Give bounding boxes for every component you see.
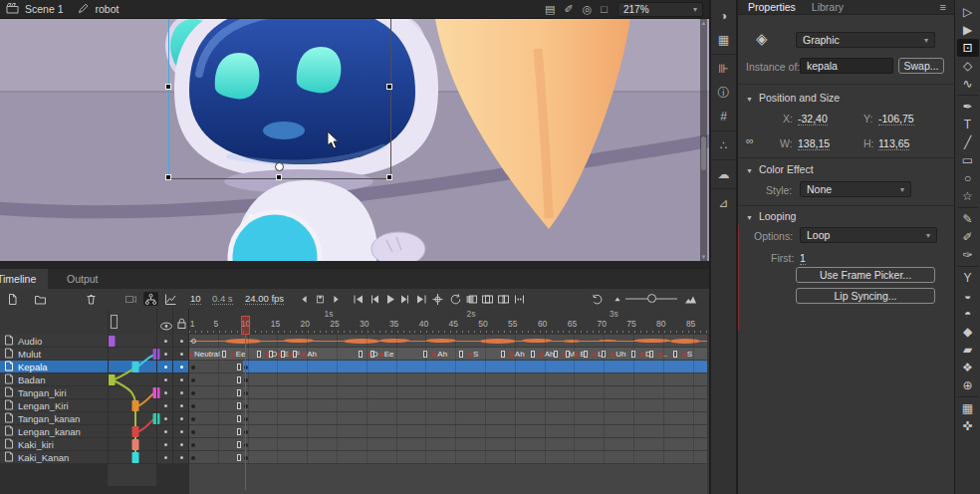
elapsed-time-counter[interactable]: 0.4 s [212,293,233,305]
pin-tool[interactable]: ⊕ [957,376,979,394]
scene-breadcrumb[interactable]: Scene 1 [25,3,64,15]
transform-handle-bottom-left[interactable] [165,174,171,180]
go-to-first-frame-button[interactable] [351,292,366,306]
symbol-type-dropdown[interactable]: Graphic ▾ [796,32,935,48]
frames-row-kaki_kanan[interactable] [0,451,709,464]
playhead[interactable] [241,316,250,335]
tab-timeline[interactable]: Timeline [0,269,48,289]
h-value[interactable]: 113,65 [878,137,909,150]
motion-editor-panel-icon[interactable]: ⊿ [711,191,736,215]
timeline-zoom-in-button[interactable] [683,292,698,306]
onion-skin-outline-button[interactable] [480,292,495,306]
swatches-panel-icon[interactable]: ▦ [711,28,736,52]
transform-handle-right[interactable] [386,84,392,90]
link-dimensions-icon[interactable]: ∞ [746,134,754,146]
center-playhead-button[interactable] [430,292,445,306]
frames-row-kepala[interactable] [0,361,709,373]
paint-brush-tool[interactable]: ✐ [957,228,979,246]
frames-row-mulut[interactable]: NeutralEeDEFAhDEeAhSAhAhMELUhD..S [0,348,709,361]
scrollbar-thumb[interactable] [701,136,706,170]
looping-options-dropdown[interactable]: Loop ▾ [800,227,937,243]
first-frame-value[interactable]: 1 [800,252,806,265]
step-forward-button[interactable] [398,292,413,306]
zoom-level-dropdown[interactable]: 217% ▾ [617,2,703,17]
timeline-zoom-slider-knob[interactable] [647,294,656,303]
timeline-zoom-slider[interactable] [625,298,677,300]
section-color-effect[interactable]: ▼Color Effect [746,163,814,175]
lip-syncing-button[interactable]: Lip Syncing... [796,288,935,304]
lasso-tool[interactable]: ∿ [957,75,979,93]
timeline-ruler[interactable]: 15101520253035404550556065707580851s2s3s [0,309,709,336]
cc-libraries-panel-icon[interactable]: ☁ [711,162,736,186]
free-transform-tool[interactable]: ⊡ [957,39,979,57]
asset-warp-tool[interactable]: ❖ [957,359,979,376]
tab-output[interactable]: Output [55,269,111,289]
polystar-tool[interactable]: ☆ [957,187,979,205]
x-value[interactable]: -32,40 [798,113,828,125]
info-panel-icon[interactable]: ⓘ [711,81,736,105]
transform-panel-icon[interactable]: # [711,105,736,128]
oval-tool[interactable]: ○ [957,169,979,187]
bone-tool[interactable]: Y [957,269,979,287]
current-frame-counter[interactable]: 10 [190,293,201,305]
timeline-zoom-out-button[interactable] [610,292,624,306]
line-tool[interactable]: ╱ [957,133,979,151]
camera-tool[interactable]: ▦ [957,399,979,417]
stage-canvas[interactable]: ▲ ▼ [0,19,709,261]
clip-settings-icon[interactable]: ▤ [545,4,555,15]
eraser-tool[interactable]: ▰ [957,341,979,359]
instance-name-field[interactable]: kepala [800,58,893,74]
frames-row-lengan_kiri[interactable] [0,399,709,412]
center-stage-button[interactable]: ◎ [583,4,593,15]
reset-timeline-zoom-button[interactable] [590,292,605,306]
transform-handle-left[interactable] [165,84,171,90]
transform-handle-bottom-center[interactable] [276,174,282,180]
y-value[interactable]: -106,75 [878,113,914,125]
text-tool[interactable]: T [957,116,979,133]
brush-library-panel-icon[interactable]: ∴ [711,133,736,157]
fit-to-window-button[interactable]: □ [601,4,608,15]
go-to-last-frame-button[interactable] [414,292,429,306]
stage-draw-icon[interactable]: ✐ [565,4,574,15]
eyedropper-tool[interactable]: ◆ [957,323,979,341]
canvas-vertical-scrollbar[interactable]: ▲ ▼ [700,19,707,261]
rectangle-tool[interactable]: ▭ [957,151,979,169]
paint-bucket-tool[interactable]: ◒ [957,287,979,305]
eye-column-icon[interactable] [159,317,173,335]
use-frame-picker-button[interactable]: Use Frame Picker... [796,267,935,283]
ink-bottle-tool[interactable]: ◓ [957,305,979,323]
w-value[interactable]: 138,15 [798,137,830,150]
section-looping[interactable]: ▼Looping [746,210,796,222]
frames-row-tangan_kiri[interactable] [0,386,709,399]
scroll-down-icon[interactable]: ▼ [700,254,707,260]
frames-row-audio[interactable] [0,335,709,348]
edit-multiple-frames-button[interactable] [496,292,511,306]
frames-row-tangan_kanan[interactable] [0,412,709,425]
swap-button[interactable]: Swap... [898,58,944,74]
frame-rate-counter[interactable]: 24.00 fps [245,293,284,305]
new-layer-button[interactable] [5,292,20,306]
frames-row-kaki_kiri[interactable] [0,438,709,451]
modify-markers-button[interactable] [512,292,527,306]
loop-range-frame[interactable] [313,292,328,306]
section-position-and-size[interactable]: ▼Position and Size [746,92,840,104]
loop-range-left[interactable] [297,292,312,306]
symbol-breadcrumb[interactable]: robot [96,3,120,15]
delete-layer-button[interactable] [84,292,99,306]
subselection-tool[interactable]: ▶ [957,21,979,39]
loop-range-right[interactable] [329,292,344,306]
hand-tool[interactable]: ✜ [957,417,979,435]
selection-tool[interactable]: ▷ [957,3,979,21]
frames-row-lengan_kanan[interactable] [0,425,709,438]
transform-origin-point[interactable] [275,162,284,171]
new-folder-button[interactable] [33,292,48,306]
panel-menu-icon[interactable]: ≡ [940,1,946,13]
add-camera-button[interactable] [123,292,138,306]
pen-tool[interactable]: ✒ [957,98,979,116]
tab-properties[interactable]: Properties [748,1,796,13]
tab-library[interactable]: Library [812,1,844,13]
frames-row-badan[interactable] [0,373,709,386]
color-panel-icon[interactable]: ◑ [711,4,736,28]
play-button[interactable] [382,292,397,306]
lock-column-icon[interactable] [176,316,187,334]
